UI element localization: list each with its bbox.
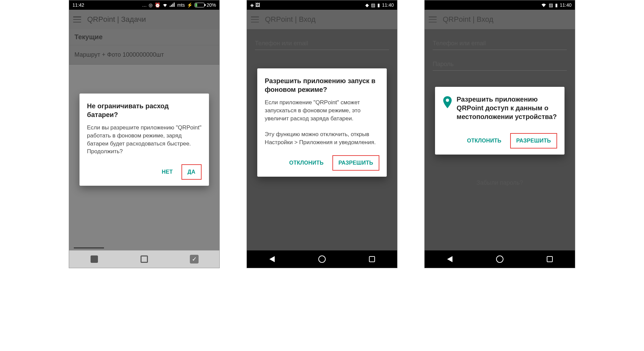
- dialog-body: Если приложение "QRPoint" сможет запуска…: [265, 99, 379, 147]
- dialog-title: Не ограничивать расход батареи?: [87, 102, 201, 119]
- battery-icon: [195, 3, 205, 7]
- nav-home-icon[interactable]: [495, 255, 504, 264]
- modal-overlay: Разрешить приложению запуск в фоновом ре…: [247, 10, 397, 268]
- nav-home-icon[interactable]: [140, 255, 149, 264]
- status-time: 11:42: [72, 2, 84, 8]
- highlight-annotation: РАЗРЕШИТЬ: [332, 155, 379, 171]
- dialog-title: Разрешить приложению запуск в фоновом ре…: [265, 76, 379, 94]
- gps-icon: ◈: [250, 3, 254, 7]
- alarm-icon: ⏰: [155, 3, 160, 7]
- nav-recents-icon[interactable]: [545, 255, 554, 264]
- nav-home-icon[interactable]: [318, 255, 326, 264]
- battery-icon: ▮: [377, 3, 380, 7]
- wifi-icon: [162, 2, 168, 8]
- dialog-actions: ОТКЛОНИТЬ РАЗРЕШИТЬ: [442, 131, 557, 151]
- background-run-dialog: Разрешить приложению запуск в фоновом ре…: [257, 68, 386, 177]
- highlight-annotation: РАЗРЕШИТЬ: [510, 133, 557, 149]
- title-prefix: Разрешить приложению: [457, 96, 538, 103]
- svg-rect-2: [172, 4, 173, 7]
- svg-point-4: [446, 99, 449, 102]
- no-sim-icon: ▨: [549, 3, 553, 7]
- navigation-bar: [425, 250, 575, 268]
- signal-icon: [170, 2, 175, 8]
- dialog-negative-button[interactable]: ОТКЛОНИТЬ: [285, 155, 328, 171]
- status-bar: ◈ 🖼 ◆ ▨ ▮ 11:40: [247, 0, 397, 10]
- svg-rect-1: [171, 5, 172, 7]
- no-sim-icon: ▨: [371, 3, 375, 7]
- more-icon: …: [142, 3, 147, 7]
- nav-back-icon[interactable]: [445, 255, 454, 264]
- battery-icon: ▮: [555, 3, 558, 7]
- nav-back-icon[interactable]: ✓: [190, 255, 199, 264]
- status-time: 11:40: [560, 2, 572, 8]
- divider-line: [74, 247, 104, 248]
- dialog-actions: ОТКЛОНИТЬ РАЗРЕШИТЬ: [265, 153, 379, 173]
- status-bar: 11:42 … ◎ ⏰ mts ⚡ 20%: [69, 0, 219, 10]
- carrier-label: mts: [177, 3, 185, 7]
- wifi-icon: [541, 2, 547, 8]
- charging-icon: ⚡: [187, 3, 193, 7]
- battery-dialog: Не ограничивать расход батареи? Если вы …: [79, 94, 209, 186]
- dialog-title: Разрешить приложению QRPoint доступ к да…: [457, 95, 557, 121]
- app-name-bold: QRPoint: [457, 104, 483, 112]
- dialog-body: Если вы разрешите приложению "QRPoint" р…: [87, 124, 201, 156]
- diamond-icon: ◆: [365, 3, 369, 7]
- navigation-bar: ✓: [69, 250, 219, 268]
- nav-back-icon[interactable]: [268, 255, 276, 264]
- image-icon: 🖼: [255, 3, 260, 7]
- dialog-positive-button[interactable]: РАЗРЕШИТЬ: [512, 134, 555, 147]
- dialog-positive-button[interactable]: ДА: [183, 166, 200, 178]
- status-time: 11:40: [382, 2, 394, 8]
- nav-recents-icon[interactable]: [368, 255, 376, 264]
- dialog-negative-button[interactable]: ОТКЛОНИТЬ: [463, 133, 505, 149]
- location-permission-dialog: Разрешить приложению QRPoint доступ к да…: [435, 87, 564, 155]
- dialog-actions: НЕТ ДА: [87, 162, 201, 182]
- phone-screenshot-3: ▨ ▮ 11:40 QRPoint | Вход Телефон или ema…: [424, 0, 575, 268]
- phone-screenshot-1: 11:42 … ◎ ⏰ mts ⚡ 20% QRPoint | Задачи Т…: [69, 0, 220, 268]
- navigation-bar: [247, 250, 397, 268]
- phone-screenshot-2: ◈ 🖼 ◆ ▨ ▮ 11:40 QRPoint | Вход Телефон и…: [247, 0, 397, 268]
- nav-recents-icon[interactable]: [90, 255, 99, 264]
- svg-rect-3: [174, 3, 174, 7]
- dialog-positive-button[interactable]: РАЗРЕШИТЬ: [334, 157, 377, 169]
- status-bar: ▨ ▮ 11:40: [425, 0, 575, 10]
- gps-icon: ◎: [149, 3, 153, 7]
- svg-rect-0: [170, 6, 170, 7]
- location-pin-icon: [442, 96, 452, 110]
- modal-overlay: Не ограничивать расход батареи? Если вы …: [69, 10, 219, 268]
- battery-pct: 20%: [207, 3, 216, 7]
- modal-overlay: Разрешить приложению QRPoint доступ к да…: [425, 10, 575, 268]
- highlight-annotation: ДА: [181, 164, 202, 180]
- dialog-negative-button[interactable]: НЕТ: [158, 164, 177, 180]
